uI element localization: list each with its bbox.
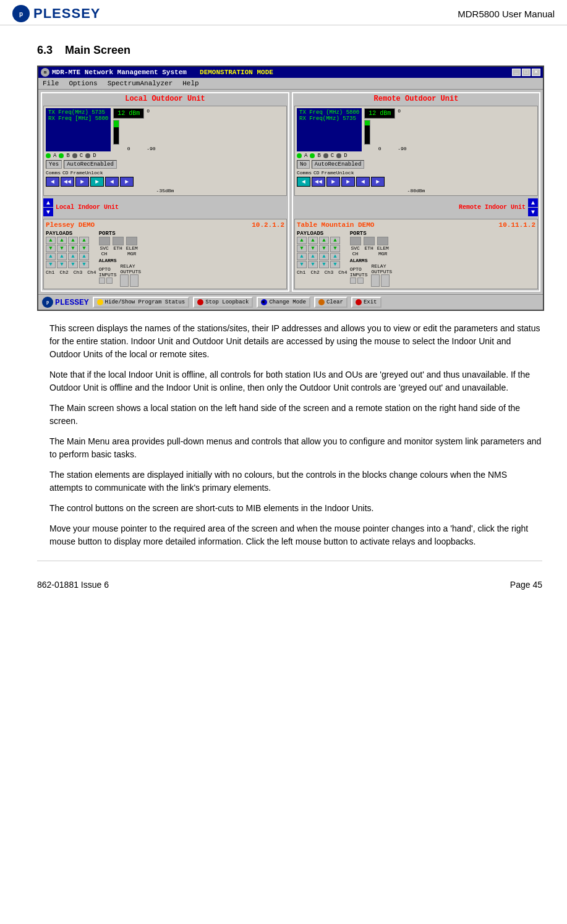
local-indoor-title: Plessey DEMO — [46, 221, 95, 229]
remote-ch2-dn2[interactable]: ▼ — [308, 261, 318, 268]
remote-ch3-up2[interactable]: ▲ — [319, 253, 329, 260]
remote-arr-right2[interactable]: ► — [341, 177, 355, 187]
doc-title: MDR5800 User Manual — [458, 9, 555, 19]
remote-ch4-dn[interactable]: ▼ — [330, 245, 340, 252]
menu-spectrum-analyzer[interactable]: SpectrumAnalyzer — [106, 79, 175, 88]
remote-vert-up[interactable]: ▲ — [528, 198, 538, 207]
local-ch4-up2[interactable]: ▲ — [79, 253, 89, 260]
remote-ch2-dn[interactable]: ▼ — [308, 245, 318, 252]
local-service-channel: SVCCH — [99, 237, 110, 256]
local-vert-down[interactable]: ▼ — [43, 208, 53, 216]
local-relay2[interactable] — [130, 274, 139, 287]
remote-ch4-up2[interactable]: ▲ — [330, 253, 340, 260]
menu-file[interactable]: File — [41, 79, 61, 88]
remote-vert-down[interactable]: ▼ — [528, 208, 538, 216]
local-comms-label: Comms — [46, 170, 61, 176]
logo-text: PLESSEY — [33, 6, 100, 22]
local-alarm-labels: Comms CD FrameUnlock — [46, 170, 284, 176]
remote-opto-cb2[interactable] — [357, 278, 364, 284]
remote-ch1-up[interactable]: ▲ — [297, 237, 307, 244]
local-arr-left1[interactable]: ◄ — [46, 177, 59, 187]
local-ch3-up[interactable]: ▲ — [68, 237, 78, 244]
local-ch2-dn[interactable]: ▼ — [57, 245, 67, 252]
exit-button[interactable]: Exit — [351, 297, 382, 308]
titlebar-logo-icon: m — [41, 68, 49, 77]
local-opto-cb1[interactable] — [99, 278, 105, 284]
local-ch1-up2[interactable]: ▲ — [46, 253, 56, 260]
clear-button[interactable]: Clear — [314, 297, 347, 308]
remote-arrow-buttons: ◄ ◄◄ ► ► ◄ ► — [297, 177, 535, 187]
menu-help[interactable]: Help — [181, 79, 200, 88]
remote-ch3-up[interactable]: ▲ — [319, 237, 329, 244]
remote-payload-channels: ▲ ▼ ▲ ▼ ▲ ▼ ▲ ▼ — [297, 237, 347, 268]
local-ch1-dn[interactable]: ▼ — [46, 245, 56, 252]
local-arr-left3[interactable]: ◄ — [105, 177, 119, 187]
local-ch4-dn2[interactable]: ▼ — [79, 261, 89, 268]
local-ch1-dn2[interactable]: ▼ — [46, 261, 56, 268]
local-relay1[interactable] — [120, 274, 129, 287]
change-mode-button[interactable]: ◄ Change Mode — [257, 297, 310, 308]
remote-element-manager-box[interactable] — [377, 237, 388, 245]
titlebar: m MDR-MTE Network Management System DEMO… — [38, 67, 543, 78]
remote-arr-play[interactable]: ► — [371, 177, 385, 187]
titlebar-controls[interactable]: _ □ × — [512, 69, 540, 76]
local-arr-play[interactable]: ► — [120, 177, 134, 187]
remote-ethernet: ETH — [364, 237, 375, 256]
remote-relay1[interactable] — [371, 274, 380, 287]
local-indoor-section: Plessey DEMO 10.2.1.2 PAYLOADS ▲ ▼ ▲ — [43, 219, 287, 289]
stop-loopback-button[interactable]: Stop Loopback — [193, 297, 253, 308]
remote-arr-left3[interactable]: ◄ — [356, 177, 370, 187]
local-ch2-dn2[interactable]: ▼ — [57, 261, 67, 268]
hide-show-program-status-button[interactable]: Hide/Show Program Status — [93, 297, 190, 308]
local-relay-label: RELAYOUTPUTS — [120, 263, 141, 274]
local-element-manager-box[interactable] — [126, 237, 137, 245]
remote-panel: Remote Outdoor Unit TX Freq (MHz) 5800 R… — [292, 92, 540, 292]
maximize-button[interactable]: □ — [522, 69, 531, 76]
remote-ch4-up[interactable]: ▲ — [330, 237, 340, 244]
remote-ch1-dn[interactable]: ▼ — [297, 245, 307, 252]
local-ch4: ▲ ▼ ▲ ▼ — [79, 237, 89, 268]
remote-relay2[interactable] — [381, 274, 390, 287]
local-arr-right2[interactable]: ► — [90, 177, 104, 187]
para-6: The control buttons on the screen are sh… — [49, 502, 542, 515]
remote-ch1-dn2[interactable]: ▼ — [297, 261, 307, 268]
local-ch3-dn[interactable]: ▼ — [68, 245, 78, 252]
remote-arr-left2[interactable]: ◄◄ — [312, 177, 325, 187]
local-ch2-up2[interactable]: ▲ — [57, 253, 67, 260]
remote-ch2-up2[interactable]: ▲ — [308, 253, 318, 260]
local-service-channel-box[interactable] — [99, 237, 110, 245]
local-ch1-up[interactable]: ▲ — [46, 237, 56, 244]
remote-opto-cb1[interactable] — [350, 278, 356, 284]
remote-ch1-up2[interactable]: ▲ — [297, 253, 307, 260]
remote-arr-right1[interactable]: ► — [326, 177, 340, 187]
local-ethernet-box[interactable] — [113, 237, 124, 245]
remote-ch3-dn2[interactable]: ▼ — [319, 261, 329, 268]
local-level-top: 0 — [147, 108, 155, 114]
titlebar-left: m MDR-MTE Network Management System DEMO… — [41, 68, 273, 77]
local-arr-right1[interactable]: ► — [75, 177, 89, 187]
local-ch3-up2[interactable]: ▲ — [68, 253, 78, 260]
remote-service-channel-box[interactable] — [350, 237, 361, 245]
local-ch2-up[interactable]: ▲ — [57, 237, 67, 244]
remote-ch3-dn[interactable]: ▼ — [319, 245, 329, 252]
local-indoor-ip: 10.2.1.2 — [252, 221, 284, 229]
local-tx-freq-label: TX Freq(MHz) 5735 — [48, 109, 108, 116]
local-ch3-dn2[interactable]: ▼ — [68, 261, 78, 268]
remote-relay-label: RELAYOUTPUTS — [371, 263, 392, 274]
remote-arr-left1[interactable]: ◄ — [297, 177, 310, 187]
local-ch4-up[interactable]: ▲ — [79, 237, 89, 244]
local-arr-left2[interactable]: ◄◄ — [61, 177, 74, 187]
local-tx-freq-val: 5735 — [92, 109, 105, 116]
remote-ch4-dn2[interactable]: ▼ — [330, 261, 340, 268]
local-ch2-label: Ch2 — [59, 269, 68, 275]
remote-alarms-row: OPTOINPUTS RELAYOUTPUTS — [350, 263, 392, 287]
remote-ch2-up[interactable]: ▲ — [308, 237, 318, 244]
local-vert-up[interactable]: ▲ — [43, 198, 53, 207]
close-button[interactable]: × — [532, 69, 540, 76]
menu-options[interactable]: Options — [67, 79, 99, 88]
minimize-button[interactable]: _ — [512, 69, 521, 76]
local-opto-cb2[interactable] — [106, 278, 113, 284]
local-payloads-label: PAYLOADS — [46, 231, 96, 237]
local-ch4-dn[interactable]: ▼ — [79, 245, 89, 252]
remote-ethernet-box[interactable] — [364, 237, 375, 245]
